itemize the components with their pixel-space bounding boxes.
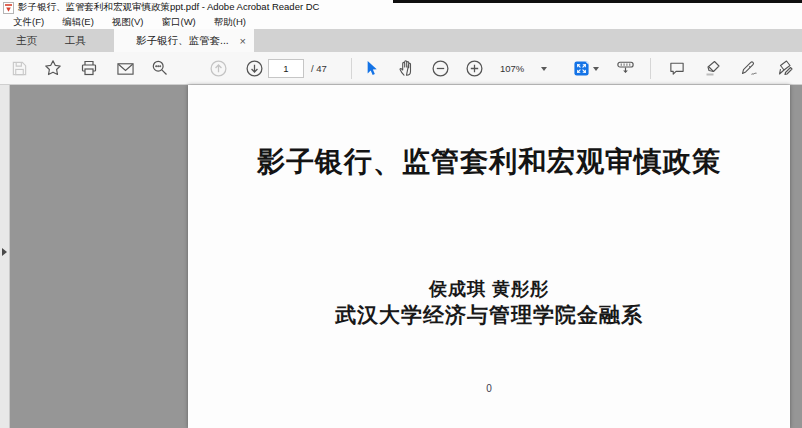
tab-home[interactable]: 主页: [2, 29, 51, 52]
menu-window[interactable]: 窗口(W): [152, 16, 204, 29]
fit-page-button[interactable]: [568, 55, 594, 81]
tab-document-label: 影子银行、监管套...: [136, 34, 229, 48]
highlight-button[interactable]: [700, 55, 726, 81]
sign-pen-button[interactable]: [736, 55, 762, 81]
page-number-input[interactable]: [268, 59, 304, 78]
select-cursor-button[interactable]: [357, 55, 383, 81]
email-button[interactable]: [112, 55, 138, 81]
expand-nav-pane-icon[interactable]: [2, 248, 7, 256]
tab-bar: 主页 工具 影子银行、监管套... ×: [0, 29, 802, 52]
menu-file[interactable]: 文件(F): [4, 16, 53, 29]
zoom-out-button[interactable]: [427, 55, 453, 81]
window-titlebar: 影子银行、监管套利和宏观审慎政策ppt.pdf - Adobe Acrobat …: [0, 0, 802, 15]
menu-bar: 文件(F) 编辑(E) 视图(V) 窗口(W) 帮助(H): [0, 15, 802, 29]
slide-page-number: 0: [188, 383, 790, 394]
close-tab-icon[interactable]: ×: [240, 35, 246, 47]
menu-view[interactable]: 视图(V): [103, 16, 153, 29]
page-total-label: / 47: [311, 52, 327, 85]
save-button[interactable]: [6, 55, 32, 81]
slide-affiliation: 武汉大学经济与管理学院金融系: [188, 301, 790, 329]
tab-tools[interactable]: 工具: [51, 29, 100, 52]
hand-tool-button[interactable]: [393, 55, 419, 81]
comment-button[interactable]: [664, 55, 690, 81]
pdf-page: 影子银行、监管套利和宏观审慎政策 侯成琪 黄彤彤 武汉大学经济与管理学院金融系 …: [188, 85, 790, 428]
slide-authors: 侯成琪 黄彤彤: [188, 277, 790, 301]
page-up-button[interactable]: [205, 55, 231, 81]
print-button[interactable]: [76, 55, 102, 81]
zoom-dropdown-caret-icon[interactable]: [541, 67, 547, 71]
acrobat-app-icon: [3, 2, 14, 14]
zoom-in-button[interactable]: [461, 55, 487, 81]
star-favorites-button[interactable]: [40, 55, 66, 81]
scrolling-mode-button[interactable]: [612, 55, 638, 81]
menu-edit[interactable]: 编辑(E): [53, 16, 103, 29]
document-viewport: 影子银行、监管套利和宏观审慎政策 侯成琪 黄彤彤 武汉大学经济与管理学院金融系 …: [0, 85, 802, 428]
navigation-pane-collapsed[interactable]: [0, 85, 10, 428]
fill-sign-button[interactable]: [772, 55, 798, 81]
toolbar-separator: [351, 58, 352, 79]
main-toolbar: / 47 107%: [0, 52, 802, 85]
page-down-button[interactable]: [241, 55, 267, 81]
slide-title: 影子银行、监管套利和宏观审慎政策: [188, 143, 790, 181]
screen-edge-strip: [393, 0, 802, 3]
window-title: 影子银行、监管套利和宏观审慎政策ppt.pdf - Adobe Acrobat …: [18, 1, 319, 14]
menu-help[interactable]: 帮助(H): [205, 16, 255, 29]
search-zoom-button[interactable]: [147, 55, 173, 81]
fit-page-dropdown-caret-icon[interactable]: [593, 67, 599, 71]
toolbar-separator: [650, 58, 651, 79]
tab-document[interactable]: 影子银行、监管套... ×: [114, 29, 254, 52]
zoom-level-label[interactable]: 107%: [500, 52, 524, 85]
